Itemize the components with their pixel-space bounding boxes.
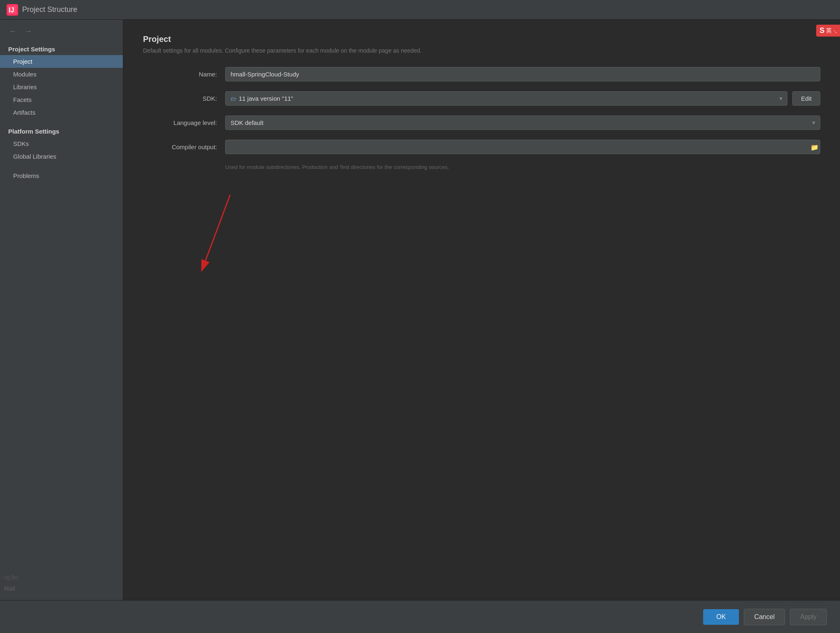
sdk-label: SDK: [143, 95, 225, 102]
sidebar-item-project[interactable]: Project [0, 55, 123, 68]
language-level-select-wrap: SDK default ▼ [225, 116, 820, 130]
sidebar-item-libraries[interactable]: Libraries [0, 81, 123, 93]
svg-line-4 [205, 195, 230, 261]
sdk-value: 11 java version "11" [239, 95, 293, 102]
left-bottom: Problems [0, 169, 123, 182]
ime-text: 英 ·, [826, 27, 837, 35]
platform-settings-label: Platform Settings [0, 125, 123, 137]
nav-back-forward: ← → [0, 25, 123, 42]
language-level-row: Language level: SDK default ▼ [143, 116, 820, 130]
dialog-body: ← → Project Settings Project Modules Lib… [0, 20, 840, 600]
name-control-wrap [225, 67, 820, 81]
ok-button[interactable]: OK [703, 609, 739, 625]
compiler-wrap: 📁 [225, 140, 820, 154]
project-label-2: Mall [0, 584, 123, 595]
title-bar: IJ Project Structure [0, 0, 840, 20]
intellij-icon: IJ [7, 4, 18, 16]
right-panel: S 英 ·, Project Default settings for all … [123, 20, 840, 600]
project-label-1: ng Bo [0, 571, 123, 584]
bottom-bar: OK Cancel Apply [0, 600, 840, 633]
dialog: ← → Project Settings Project Modules Lib… [0, 20, 840, 633]
sdk-select[interactable]: 🗁 11 java version "11" [225, 91, 787, 106]
compiler-output-row: Compiler output: 📁 [143, 140, 820, 154]
language-level-control-wrap: SDK default ▼ [225, 116, 820, 130]
sdk-control-wrap: 🗁 11 java version "11" ▼ Edit [225, 91, 820, 106]
apply-button[interactable]: Apply [790, 609, 827, 625]
compiler-hint: Used for module subdirectories, Producti… [225, 164, 820, 170]
language-level-value: SDK default [231, 119, 263, 126]
svg-text:IJ: IJ [9, 7, 14, 14]
sidebar-item-sdks[interactable]: SDKs [0, 137, 123, 150]
ime-badge: S 英 ·, [816, 25, 840, 37]
forward-button[interactable]: → [22, 26, 35, 37]
content-title: Project [143, 35, 820, 44]
language-level-select[interactable]: SDK default [225, 116, 820, 130]
sidebar-item-global-libraries[interactable]: Global Libraries [0, 150, 123, 163]
back-button[interactable]: ← [7, 26, 19, 37]
sidebar-item-problems[interactable]: Problems [0, 169, 123, 182]
project-settings-label: Project Settings [0, 43, 123, 55]
compiler-output-input[interactable] [225, 140, 820, 154]
sidebar-item-modules[interactable]: Modules [0, 68, 123, 81]
language-level-label: Language level: [143, 119, 225, 126]
sdk-edit-button[interactable]: Edit [792, 91, 820, 106]
sidebar-item-artifacts[interactable]: Artifacts [0, 106, 123, 119]
sdk-row: SDK: 🗁 11 java version "11" ▼ Edit [143, 91, 820, 106]
dialog-title: Project Structure [22, 5, 77, 14]
sdk-select-wrap: 🗁 11 java version "11" ▼ [225, 91, 787, 106]
compiler-folder-button[interactable]: 📁 [810, 143, 819, 151]
content-subtitle: Default settings for all modules. Config… [143, 47, 820, 54]
annotation-arrow [123, 20, 840, 600]
compiler-output-label: Compiler output: [143, 143, 225, 150]
name-row: Name: [143, 67, 820, 81]
name-label: Name: [143, 71, 225, 78]
sidebar-item-facets[interactable]: Facets [0, 93, 123, 106]
compiler-output-control-wrap: 📁 [225, 140, 820, 154]
cancel-button[interactable]: Cancel [744, 609, 785, 625]
name-input[interactable] [225, 67, 820, 81]
sdk-folder-icon: 🗁 [231, 95, 236, 102]
left-panel: ← → Project Settings Project Modules Lib… [0, 20, 123, 600]
